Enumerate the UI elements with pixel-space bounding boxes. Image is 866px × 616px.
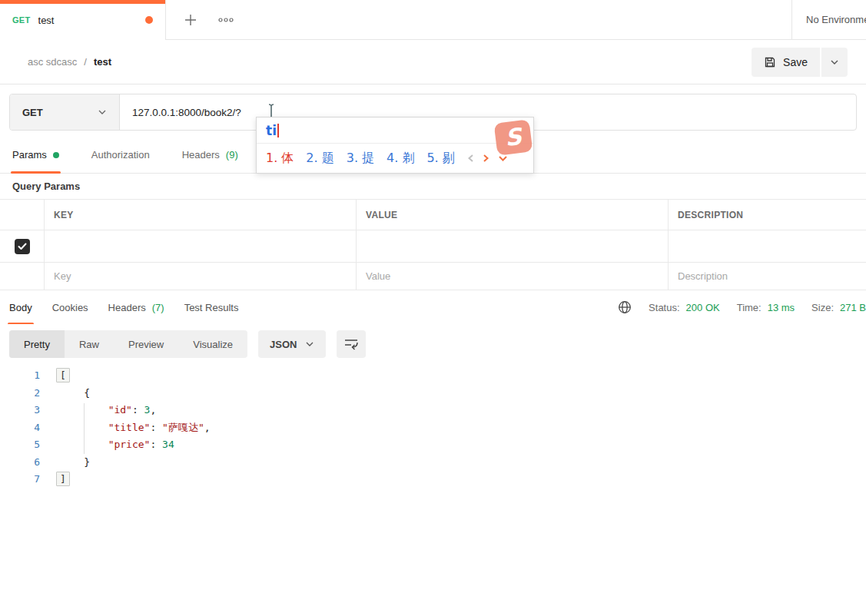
fold-marker[interactable]: ]: [56, 472, 70, 486]
response-code: 1[2 {3 "id": 3,4 "title": "萨嘎达",5 "price…: [0, 364, 866, 488]
chevron-down-icon: [98, 109, 107, 115]
ime-candidates-row: 1. 体 2. 题 3. 提 4. 剃 5. 剔: [257, 144, 533, 173]
save-button[interactable]: Save: [752, 48, 820, 77]
ime-candidate[interactable]: 4. 剃: [387, 151, 414, 167]
line-number: 7: [0, 471, 40, 488]
status-label: Status:: [649, 302, 679, 313]
chevron-down-icon: [305, 341, 314, 347]
globe-icon[interactable]: [618, 300, 632, 314]
breadcrumb-separator: /: [84, 56, 87, 68]
query-params-title: Query Params: [0, 174, 866, 199]
tab-params[interactable]: Params: [12, 137, 59, 173]
column-header-description: DESCRIPTION: [669, 200, 866, 230]
ime-candidate[interactable]: 1. 体: [266, 151, 294, 167]
ime-composition-text: ti: [266, 123, 277, 138]
tab-authorization[interactable]: Authorization: [91, 137, 150, 173]
row-checkbox[interactable]: [15, 239, 30, 254]
environment-selector[interactable]: No Environment: [792, 0, 866, 39]
url-value: 127.0.0.1:8000/book2/?: [132, 107, 241, 118]
ime-prev-page-icon[interactable]: [467, 154, 474, 163]
time-label: Time:: [737, 302, 761, 313]
time-value: 13 ms: [768, 302, 795, 313]
language-dropdown[interactable]: JSON: [258, 330, 326, 358]
line-number: 6: [0, 454, 40, 472]
check-icon: [18, 243, 27, 250]
tab-bar: GET test No Environment: [0, 0, 866, 40]
code-text: "price": 34: [40, 436, 174, 454]
indent-guide: [84, 403, 85, 454]
ime-composition-row: ti: [257, 118, 533, 144]
tab-cookies-label: Cookies: [52, 302, 88, 313]
breadcrumb-collection[interactable]: asc sdcasc: [28, 56, 77, 68]
key-input[interactable]: Key: [45, 263, 357, 290]
view-raw[interactable]: Raw: [65, 330, 114, 358]
tab-params-label: Params: [12, 149, 47, 161]
line-number: 2: [0, 385, 40, 402]
description-input[interactable]: Description: [669, 263, 866, 290]
app-window: GET test No Environment asc sdcasc / tes…: [0, 0, 866, 616]
line-number: 1: [0, 367, 40, 385]
tab-response-body[interactable]: Body: [9, 290, 32, 324]
new-tab-button[interactable]: [180, 9, 201, 31]
view-visualize[interactable]: Visualize: [178, 330, 247, 358]
fold-marker[interactable]: [: [56, 368, 70, 383]
column-header-key: KEY: [45, 200, 357, 230]
value-input[interactable]: [357, 230, 669, 262]
headers-count-badge: (9): [226, 149, 238, 161]
tab-cookies[interactable]: Cookies: [52, 290, 88, 324]
tab-method-label: GET: [12, 15, 31, 25]
save-button-label: Save: [783, 56, 808, 68]
code-line: 4 "title": "萨嘎达",: [0, 419, 866, 437]
code-text: ]: [40, 471, 70, 488]
unsaved-dot-icon: [145, 16, 153, 24]
ime-next-page-icon[interactable]: [483, 154, 489, 163]
request-header-row: asc sdcasc / test Save: [0, 40, 866, 84]
code-line: 7]: [0, 471, 866, 488]
view-switcher: Pretty Raw Preview Visualize: [9, 330, 247, 358]
size-label: Size:: [811, 302, 834, 313]
code-line: 2 {: [0, 385, 866, 402]
tab-authorization-label: Authorization: [91, 149, 150, 161]
tab-headers[interactable]: Headers (9): [182, 137, 238, 173]
view-preview[interactable]: Preview: [114, 330, 178, 358]
method-value: GET: [22, 107, 43, 118]
request-tab[interactable]: GET test: [0, 0, 166, 40]
ime-nav: [467, 154, 551, 163]
ime-popup: ti 1. 体 2. 题 3. 提 4. 剃 5. 剔 S: [256, 117, 534, 174]
ime-candidate[interactable]: 2. 题: [306, 151, 333, 167]
language-value: JSON: [270, 339, 297, 350]
code-line: 6 }: [0, 454, 866, 472]
format-button[interactable]: [337, 330, 366, 358]
params-active-dot-icon: [53, 152, 59, 158]
table-header-row: KEY VALUE DESCRIPTION: [0, 200, 866, 230]
ime-candidate[interactable]: 5. 剔: [426, 151, 454, 167]
view-pretty[interactable]: Pretty: [9, 330, 65, 358]
code-text: "id": 3,: [40, 402, 156, 419]
code-line: 3 "id": 3,: [0, 402, 866, 419]
more-options-button[interactable]: [215, 9, 237, 31]
save-options-button[interactable]: [821, 48, 848, 77]
code-text: {: [40, 385, 90, 402]
code-text: [: [40, 367, 70, 385]
chevron-down-icon: [830, 59, 839, 65]
query-params-table: KEY VALUE DESCRIPTION Key Value Descript…: [0, 199, 866, 290]
status-value: 200 OK: [686, 302, 720, 313]
table-row: [0, 230, 866, 263]
tab-bar-rest: No Environment: [166, 0, 866, 40]
tab-test-results[interactable]: Test Results: [184, 290, 239, 324]
value-input[interactable]: Value: [357, 263, 669, 290]
description-input[interactable]: [669, 230, 866, 262]
response-toolbar: Pretty Raw Preview Visualize JSON: [0, 324, 866, 364]
code-text: }: [40, 454, 90, 472]
ime-expand-icon[interactable]: [498, 155, 508, 162]
tab-response-headers[interactable]: Headers (7): [108, 290, 164, 324]
line-number: 3: [0, 402, 40, 419]
size-value: 271 B: [840, 302, 866, 313]
key-input[interactable]: [45, 230, 357, 262]
wrap-text-icon: [343, 336, 360, 352]
tab-response-body-label: Body: [9, 302, 32, 313]
method-dropdown[interactable]: GET: [10, 94, 120, 130]
table-row: Key Value Description: [0, 263, 866, 290]
ime-candidate[interactable]: 3. 提: [347, 151, 374, 167]
line-number: 4: [0, 419, 40, 437]
